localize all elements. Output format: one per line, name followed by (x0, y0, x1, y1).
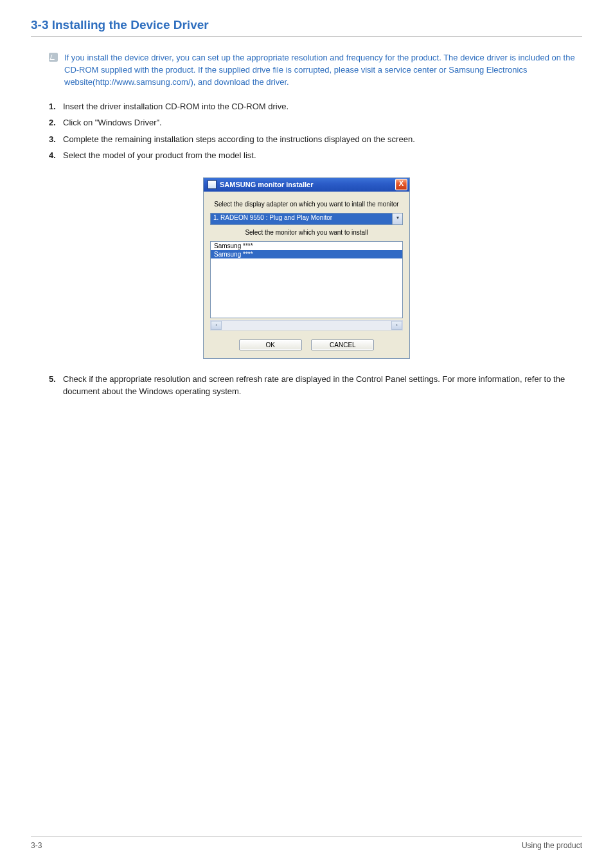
step-item: Complete the remaining installation step… (49, 133, 582, 146)
step-item: Insert the driver installation CD-ROM in… (49, 100, 582, 113)
list-item[interactable]: Samsung **** (211, 242, 402, 250)
ok-button[interactable]: OK (239, 339, 302, 350)
scroll-left-icon[interactable]: ‹ (211, 321, 222, 330)
footer-page-number: 3-3 (31, 841, 42, 850)
horizontal-scrollbar[interactable]: ‹ › (210, 320, 403, 330)
monitor-label: Select the monitor which you want to ins… (210, 229, 403, 236)
footer-section-title: Using the product (522, 841, 582, 850)
step-item: Select the model of your product from th… (49, 149, 582, 162)
dialog-title: SAMSUNG monitor installer (220, 181, 395, 188)
adapter-combobox-value: 1. RADEON 9550 : Plug and Play Monitor (211, 213, 392, 224)
step-item: Check if the appropriate resolution and … (49, 373, 582, 398)
monitor-listbox[interactable]: Samsung **** Samsung **** (210, 241, 403, 318)
cancel-button[interactable]: CANCEL (311, 339, 374, 350)
step-item: Click on "Windows Driver". (49, 116, 582, 129)
titlebar: SAMSUNG monitor installer X (204, 178, 409, 192)
steps-list-continued: Check if the appropriate resolution and … (49, 373, 582, 398)
app-icon (208, 180, 217, 189)
dialog-button-row: OK CANCEL (210, 339, 403, 350)
note-icon (49, 53, 58, 62)
page-title: 3-3 Installing the Device Driver (31, 18, 582, 37)
dialog-screenshot: SAMSUNG monitor installer X Select the d… (31, 177, 582, 359)
chevron-down-icon[interactable]: ▾ (392, 213, 402, 224)
adapter-combobox[interactable]: 1. RADEON 9550 : Plug and Play Monitor ▾ (210, 213, 403, 225)
installer-dialog: SAMSUNG monitor installer X Select the d… (203, 177, 410, 359)
scroll-track[interactable] (222, 321, 391, 330)
steps-list: Insert the driver installation CD-ROM in… (49, 100, 582, 162)
note-text: If you install the device driver, you ca… (64, 52, 582, 89)
scroll-right-icon[interactable]: › (391, 321, 402, 330)
list-item[interactable]: Samsung **** (211, 250, 402, 258)
close-button[interactable]: X (395, 179, 407, 190)
dialog-body: Select the display adapter on which you … (204, 192, 409, 358)
adapter-label: Select the display adapter on which you … (210, 201, 403, 208)
note-block: If you install the device driver, you ca… (49, 52, 582, 89)
page: 3-3 Installing the Device Driver If you … (0, 0, 613, 868)
page-footer: 3-3 Using the product (31, 836, 582, 850)
